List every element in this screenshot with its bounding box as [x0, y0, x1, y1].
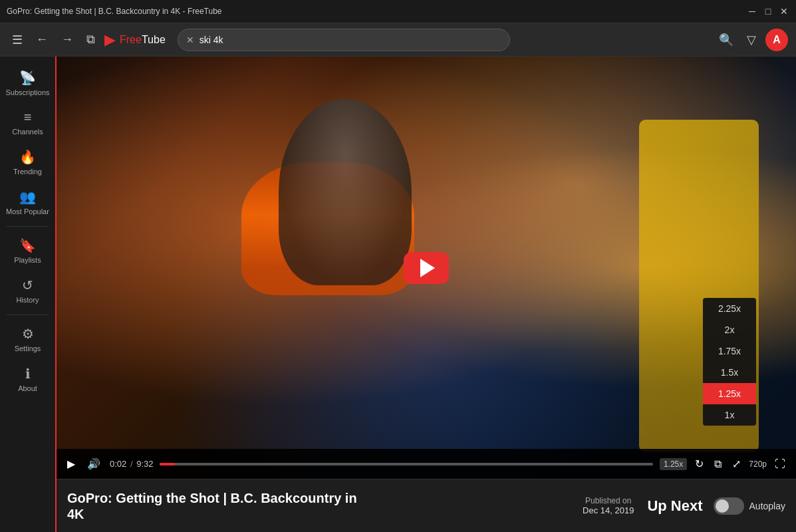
sidebar-item-label: Channels [12, 128, 43, 136]
settings-icon: ⚙ [22, 326, 34, 342]
progress-bar[interactable] [160, 463, 652, 466]
sidebar-item-label: Trending [13, 168, 42, 176]
current-time: 0:02 [110, 459, 126, 469]
minimize-button[interactable]: ─ [747, 6, 757, 17]
volume-icon: 🔊 [87, 458, 100, 470]
up-next-label: Up Next [647, 497, 702, 515]
sidebar-item-history[interactable]: ↺ History [0, 271, 55, 311]
fullscreen-button[interactable]: ⤢ [730, 455, 743, 473]
video-section: 2.25x 2x 1.75x 1.5x 1.25x 1x ▶ 🔊 0:02 / [57, 57, 796, 479]
sidebar-item-about[interactable]: ℹ About [0, 359, 55, 399]
back-icon: ← [36, 33, 48, 47]
sidebar-item-settings[interactable]: ⚙ Settings [0, 319, 55, 359]
speed-option-2[interactable]: 2x [703, 319, 756, 340]
controls-right: 1.25x ↻ ⧉ ⤢ 720p ⛶ [660, 455, 788, 473]
up-next-area: Up Next Autoplay [647, 497, 785, 515]
menu-icon: ☰ [12, 33, 23, 47]
sidebar-divider-1 [7, 226, 49, 227]
speed-option-125[interactable]: 1.25x [703, 383, 756, 404]
logo-text: FreeTube [120, 34, 166, 46]
sidebar-item-channels[interactable]: ≡ Channels [0, 103, 55, 142]
toggle-knob [716, 499, 729, 513]
filter-icon: ▽ [747, 33, 756, 47]
subscriptions-icon: 📡 [19, 70, 36, 86]
speed-option-175[interactable]: 1.75x [703, 340, 756, 362]
play-triangle-icon [420, 259, 435, 277]
sidebar-item-most-popular[interactable]: 👥 Most Popular [0, 182, 55, 222]
speed-option-150[interactable]: 1.5x [703, 362, 756, 383]
content-area: 2.25x 2x 1.75x 1.5x 1.25x 1x ▶ 🔊 0:02 / [57, 57, 796, 532]
playlists-icon: 🔖 [19, 237, 36, 253]
pip-icon: ⧉ [714, 458, 722, 470]
video-title-area: GoPro: Getting the Shot | B.C. Backcount… [67, 490, 569, 522]
toolbar: ☰ ← → ⧉ ▶ FreeTube ✕ 🔍 ▽ A [0, 23, 796, 57]
sidebar-divider-2 [7, 315, 49, 315]
duplicate-icon: ⧉ [86, 33, 95, 47]
duration: 9:32 [136, 459, 153, 469]
sidebar-item-playlists[interactable]: 🔖 Playlists [0, 231, 55, 271]
most-popular-icon: 👥 [19, 189, 36, 205]
trending-icon: 🔥 [19, 149, 36, 165]
video-person-element [279, 99, 412, 285]
progress-fill [160, 463, 174, 466]
quality-badge[interactable]: 720p [749, 460, 767, 469]
pip-button[interactable]: ⧉ [712, 456, 724, 473]
search-icon: 🔍 [719, 33, 733, 47]
sidebar-item-label: About [18, 384, 37, 392]
title-bar-left: GoPro: Getting the Shot | B.C. Backcount… [7, 7, 222, 16]
sidebar-item-label: Subscriptions [5, 88, 49, 96]
history-icon: ↺ [22, 277, 33, 293]
sidebar-item-subscriptions[interactable]: 📡 Subscriptions [0, 63, 55, 103]
channels-icon: ≡ [24, 110, 32, 125]
title-bar-controls: ─ □ ✕ [747, 6, 789, 17]
sidebar: 📡 Subscriptions ≡ Channels 🔥 Trending 👥 … [0, 57, 57, 532]
forward-icon: → [61, 33, 73, 47]
logo: ▶ FreeTube [104, 31, 166, 49]
avatar[interactable]: A [765, 29, 788, 51]
menu-button[interactable]: ☰ [8, 29, 27, 51]
sidebar-item-trending[interactable]: 🔥 Trending [0, 142, 55, 182]
sidebar-item-label: History [16, 296, 39, 304]
autoplay-switch[interactable] [714, 497, 744, 515]
speed-option-225[interactable]: 2.25x [703, 298, 756, 319]
play-overlay-button[interactable] [404, 252, 449, 284]
published-label: Published on [583, 496, 634, 505]
autoplay-label: Autoplay [749, 501, 785, 511]
speed-option-1[interactable]: 1x [703, 404, 756, 426]
info-bar: GoPro: Getting the Shot | B.C. Backcount… [57, 479, 796, 532]
volume-button[interactable]: 🔊 [84, 455, 103, 473]
speed-menu: 2.25x 2x 1.75x 1.5x 1.25x 1x [703, 298, 756, 426]
title-bar: GoPro: Getting the Shot | B.C. Backcount… [0, 0, 796, 23]
settings-video-icon: ⛶ [775, 458, 785, 470]
loop-button[interactable]: ↻ [692, 455, 706, 473]
time-display: 0:02 / 9:32 [110, 459, 153, 469]
about-icon: ℹ [25, 366, 31, 382]
published-date: Dec 14, 2019 [583, 505, 634, 515]
settings-video-button[interactable]: ⛶ [772, 456, 788, 473]
sidebar-item-label: Most Popular [6, 207, 49, 215]
window-title: GoPro: Getting the Shot | B.C. Backcount… [7, 7, 222, 16]
video-title: GoPro: Getting the Shot | B.C. Backcount… [67, 490, 569, 522]
filter-button[interactable]: ▽ [743, 29, 760, 51]
fullscreen-icon: ⤢ [732, 458, 741, 470]
maximize-button[interactable]: □ [763, 6, 773, 17]
play-pause-button[interactable]: ▶ [65, 455, 78, 473]
video-controls: ▶ 🔊 0:02 / 9:32 1.25x ↻ [57, 449, 796, 479]
back-button[interactable]: ← [32, 29, 52, 51]
published-area: Published on Dec 14, 2019 [583, 496, 634, 515]
loop-icon: ↻ [695, 458, 704, 470]
logo-icon: ▶ [104, 31, 116, 49]
sidebar-item-label: Playlists [14, 256, 41, 264]
speed-badge[interactable]: 1.25x [660, 458, 687, 470]
search-bar: ✕ [178, 29, 510, 51]
search-clear-button[interactable]: ✕ [186, 35, 194, 45]
duplicate-button[interactable]: ⧉ [82, 29, 99, 51]
close-button[interactable]: ✕ [779, 6, 789, 17]
main-layout: 📡 Subscriptions ≡ Channels 🔥 Trending 👥 … [0, 57, 796, 532]
forward-button[interactable]: → [57, 29, 77, 51]
sidebar-item-label: Settings [15, 344, 41, 352]
search-input[interactable] [199, 35, 501, 45]
toolbar-right: 🔍 ▽ A [715, 29, 788, 51]
play-pause-icon: ▶ [67, 458, 75, 470]
search-button[interactable]: 🔍 [715, 29, 737, 51]
